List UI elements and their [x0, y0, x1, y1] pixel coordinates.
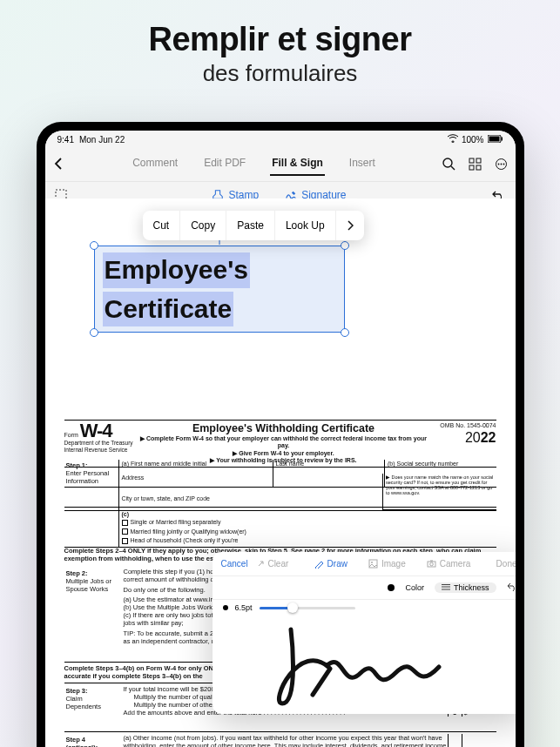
c-label: (c) — [122, 511, 130, 517]
context-more[interactable] — [336, 211, 364, 240]
svg-rect-2 — [501, 137, 503, 140]
step4-a: (a) Other income (not from jobs). If you… — [124, 734, 448, 747]
step4-num: 4(a) — [448, 734, 462, 747]
context-menu: Cut Copy Paste Look Up — [143, 211, 364, 240]
tab-edit-pdf[interactable]: Edit PDF — [202, 151, 247, 176]
resize-handle-bl[interactable] — [90, 328, 98, 337]
svg-point-10 — [498, 163, 500, 165]
step4-block: Step 4 (optional): Other (a) Other incom… — [64, 731, 496, 747]
opt-single: Single or Married filing separately — [131, 519, 221, 526]
svg-rect-14 — [369, 560, 377, 568]
context-lookup[interactable]: Look Up — [275, 211, 336, 240]
svg-rect-6 — [476, 158, 481, 163]
tablet-screen: 9:41 Mon Jun 22 100% Comment Edit PDF — [45, 131, 516, 747]
tab-fill-sign[interactable]: Fill & Sign — [270, 151, 325, 176]
tab-comment[interactable]: Comment — [131, 151, 179, 176]
opt-hoh: Head of household (Check only if you're — [131, 537, 239, 544]
context-cut[interactable]: Cut — [143, 211, 181, 240]
grid-icon[interactable] — [469, 157, 482, 171]
dept-line: Department of the Treasury — [64, 440, 133, 446]
year-20: 20 — [465, 430, 481, 445]
status-bar: 9:41 Mon Jun 22 100% — [45, 131, 516, 146]
svg-rect-8 — [476, 165, 481, 170]
svg-rect-7 — [469, 165, 474, 170]
sig-clear-button[interactable]: Clear — [257, 559, 289, 569]
resize-handle-br[interactable] — [341, 328, 349, 337]
sig-draw-tab[interactable]: Draw — [311, 557, 351, 570]
sig-cancel-button[interactable]: Cancel — [221, 559, 248, 569]
color-label: Color — [405, 583, 424, 592]
thickness-chip[interactable]: Thickness — [435, 582, 496, 593]
search-icon[interactable] — [442, 157, 456, 171]
resize-handle-tr[interactable] — [341, 241, 349, 250]
form-bullet2: ▶ Give Form W-4 to your employer. — [138, 450, 430, 457]
promo-headline: Remplir et signer — [0, 21, 560, 58]
context-paste[interactable]: Paste — [226, 211, 275, 240]
top-toolbar: Comment Edit PDF Fill & Sign Insert — [45, 146, 516, 182]
cell-city[interactable]: City or town, state, and ZIP code — [118, 495, 383, 507]
context-copy[interactable]: Copy — [180, 211, 226, 240]
status-date: Mon Jun 22 — [79, 135, 125, 145]
svg-rect-18 — [430, 561, 433, 562]
irs-line: Internal Revenue Service — [64, 447, 128, 453]
sig-camera-tab[interactable]: Camera — [423, 557, 475, 570]
tab-insert[interactable]: Insert — [347, 151, 377, 176]
opt-married: Married filing jointly or Qualifying wid… — [131, 528, 246, 535]
signature-popup: Cancel Clear Draw Image — [213, 552, 516, 714]
promo-subhead: des formulaires — [0, 60, 560, 87]
selected-text: Employee's Certificate — [103, 251, 251, 328]
status-time: 9:41 — [57, 135, 74, 145]
svg-rect-5 — [469, 158, 474, 163]
step4-amt[interactable]: $ — [462, 734, 496, 747]
sig-image-tab[interactable]: Image — [365, 557, 409, 570]
step1-row-c: (c) Single or Married filing separately … — [64, 510, 496, 548]
form-word: Form — [64, 432, 78, 438]
year-22: 22 — [481, 430, 496, 445]
selected-text-line2: Certificate — [103, 292, 234, 327]
form-title: Employee's Withholding Certificate — [138, 422, 430, 435]
svg-point-11 — [501, 163, 503, 165]
color-swatch[interactable] — [388, 584, 395, 591]
svg-line-4 — [451, 166, 455, 170]
back-button[interactable] — [52, 157, 66, 171]
checkbox-hoh[interactable] — [122, 538, 128, 544]
form-bullet1: ▶ Complete Form W-4 so that your employe… — [138, 435, 430, 450]
svg-point-17 — [429, 562, 433, 566]
svg-point-3 — [443, 158, 452, 167]
checkbox-married[interactable] — [122, 528, 128, 535]
svg-point-15 — [371, 562, 373, 563]
battery-icon — [488, 135, 503, 145]
wifi-icon — [448, 134, 458, 145]
checkbox-single[interactable] — [122, 520, 128, 526]
step1-row-city: City or town, state, and ZIP code — [64, 495, 496, 508]
resize-handle-tl[interactable] — [90, 241, 98, 250]
form-number: W-4 — [80, 420, 112, 441]
signature-canvas[interactable] — [213, 606, 516, 714]
thickness-undo-icon[interactable] — [507, 582, 516, 594]
svg-rect-1 — [489, 136, 499, 141]
tablet-frame: 9:41 Mon Jun 22 100% Comment Edit PDF — [37, 122, 524, 747]
battery-percent: 100% — [462, 135, 484, 145]
svg-point-12 — [503, 163, 505, 165]
selected-text-line1: Employee's — [103, 252, 251, 288]
omb-number: OMB No. 1545-0074 — [430, 422, 496, 429]
more-icon[interactable] — [495, 157, 509, 171]
sig-done-button[interactable]: Done — [496, 559, 516, 569]
